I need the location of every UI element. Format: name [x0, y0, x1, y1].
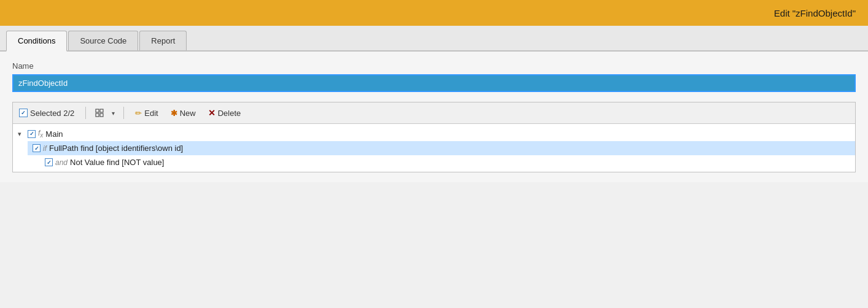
svg-rect-3	[100, 114, 103, 117]
new-label: New	[180, 109, 196, 118]
selected-count: Selected 2/2	[30, 109, 74, 118]
content-area: Name Selected 2/2 ▾	[0, 52, 868, 182]
toolbar: Selected 2/2 ▾ ✏ Edit ✱	[13, 102, 855, 124]
edit-label: Edit	[144, 109, 158, 118]
tree-row-main[interactable]: ▾ fx Main	[13, 126, 855, 141]
delete-icon: ✕	[208, 108, 215, 118]
new-icon: ✱	[171, 109, 177, 118]
delete-label: Delete	[218, 109, 241, 118]
tree-row-notvalue[interactable]: and Not Value find [NOT value]	[40, 155, 855, 169]
tag-fullpath: if	[43, 144, 47, 153]
svg-rect-1	[100, 109, 103, 112]
edit-icon: ✏	[135, 109, 142, 118]
checkbox-main[interactable]	[28, 130, 36, 138]
header-title: Edit "zFindObjectId"	[774, 8, 856, 18]
tabs-bar: Conditions Source Code Report	[0, 26, 868, 52]
divider-1	[85, 107, 86, 119]
grid-view-button[interactable]	[92, 107, 107, 119]
label-main: Main	[45, 129, 63, 139]
name-input[interactable]	[12, 74, 856, 92]
dropdown-arrow-button[interactable]: ▾	[109, 108, 117, 118]
tab-report[interactable]: Report	[139, 31, 187, 50]
new-button[interactable]: ✱ New	[166, 107, 201, 120]
header-bar: Edit "zFindObjectId"	[0, 0, 868, 26]
delete-button[interactable]: ✕ Delete	[203, 106, 246, 120]
name-label: Name	[12, 61, 856, 71]
tab-source-code[interactable]: Source Code	[68, 31, 138, 50]
divider-2	[123, 107, 124, 119]
label-notvalue: Not Value find [NOT value]	[70, 158, 164, 167]
tag-notvalue: and	[55, 158, 68, 167]
edit-button[interactable]: ✏ Edit	[130, 107, 163, 120]
grid-icon	[95, 109, 104, 117]
svg-rect-2	[96, 114, 99, 117]
tree-row-fullpath[interactable]: if FullPath find [object identifiers\own…	[28, 141, 855, 155]
tab-conditions[interactable]: Conditions	[6, 31, 67, 52]
expand-icon-main: ▾	[18, 130, 25, 138]
tree-area: ▾ fx Main if FullPath find [object ident…	[13, 124, 855, 172]
conditions-section: Selected 2/2 ▾ ✏ Edit ✱	[12, 102, 856, 172]
select-all-checkbox[interactable]	[19, 109, 28, 117]
label-fullpath: FullPath find [object identifiers\own id…	[49, 144, 183, 153]
tag-main: fx	[38, 129, 43, 139]
svg-rect-0	[96, 109, 99, 112]
checkbox-fullpath[interactable]	[33, 144, 41, 152]
checkbox-notvalue[interactable]	[45, 158, 53, 166]
